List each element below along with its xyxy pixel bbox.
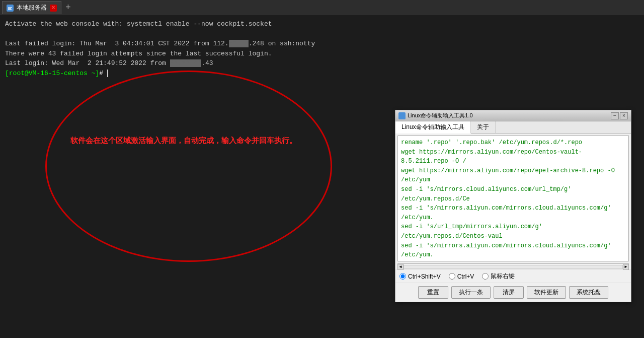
- terminal-line-2: Last failed login: Thu Mar 3 04:34:01 CS…: [5, 39, 639, 49]
- close-button[interactable]: ×: [620, 112, 628, 119]
- clear-screen-button[interactable]: 清屏: [494, 286, 524, 299]
- reset-button[interactable]: 重置: [418, 286, 448, 299]
- tab-about[interactable]: 关于: [471, 121, 496, 133]
- tab-label: 本地服务器: [17, 4, 47, 12]
- radio-ctrl-v[interactable]: Ctrl+V: [449, 273, 474, 280]
- new-tab-button[interactable]: +: [63, 3, 73, 13]
- command-textarea-wrapper: rename '.repo' '.repo.bak' /etc/yum.repo…: [397, 136, 629, 261]
- system-tray-button[interactable]: 系统托盘: [569, 286, 608, 299]
- terminal-line-1: Activate the web console with: systemctl…: [5, 19, 639, 29]
- annotation-circle: [45, 71, 332, 262]
- terminal-prompt: [root@VM-16-15-centos ~]#: [5, 69, 639, 79]
- radio-label-right-click: 鼠标右键: [491, 272, 515, 281]
- tool-title-text: Linux命令辅助输入工具1.0: [408, 112, 609, 119]
- update-software-button[interactable]: 软件更新: [527, 286, 566, 299]
- tool-tabs: Linux命令辅助输入工具 关于: [395, 121, 631, 133]
- tool-title-buttons: − ×: [611, 112, 628, 119]
- tab-bar: 本地服务器 × +: [0, 0, 644, 15]
- svg-rect-1: [8, 7, 12, 8]
- paste-mode-options: Ctrl+Shift+V Ctrl+V 鼠标右键: [395, 269, 631, 283]
- command-textarea[interactable]: rename '.repo' '.repo.bak' /etc/yum.repo…: [398, 136, 628, 261]
- scroll-track[interactable]: [404, 265, 623, 269]
- tool-titlebar: Linux命令辅助输入工具1.0 − ×: [395, 110, 631, 121]
- scroll-left-button[interactable]: ◄: [397, 264, 404, 270]
- annotation-text: 软件会在这个区域激活输入界面，自动完成，输入命令并回车执行。: [70, 136, 297, 146]
- tool-title-icon: [398, 112, 406, 119]
- radio-label-ctrl-v: Ctrl+V: [457, 273, 474, 280]
- terminal-line-blank: [5, 29, 639, 39]
- radio-ctrl-shift-v[interactable]: Ctrl+Shift+V: [399, 273, 441, 280]
- terminal-line-3: There were 43 failed login attempts sinc…: [5, 49, 639, 59]
- terminal-tab[interactable]: 本地服务器 ×: [2, 1, 61, 14]
- svg-rect-2: [8, 8, 11, 9]
- radio-right-click[interactable]: 鼠标右键: [482, 272, 515, 281]
- tab-main[interactable]: Linux命令辅助输入工具: [395, 121, 471, 133]
- terminal-output: Activate the web console with: systemctl…: [0, 15, 644, 82]
- minimize-button[interactable]: −: [611, 112, 619, 119]
- radio-label-ctrl-shift-v: Ctrl+Shift+V: [408, 273, 441, 280]
- tab-icon: [7, 5, 14, 12]
- terminal-line-4: Last login: Wed Mar 2 21:49:52 2022 from…: [5, 58, 639, 69]
- tool-window: Linux命令辅助输入工具1.0 − × Linux命令辅助输入工具 关于 re…: [395, 110, 631, 302]
- tab-close-button[interactable]: ×: [50, 5, 57, 12]
- horizontal-scrollbar[interactable]: ◄ ►: [397, 263, 629, 269]
- scroll-right-button[interactable]: ►: [623, 264, 629, 270]
- tool-action-buttons: 重置 执行一条 清屏 软件更新 系统托盘: [395, 283, 631, 302]
- execute-one-button[interactable]: 执行一条: [451, 286, 491, 299]
- svg-rect-3: [8, 9, 12, 10]
